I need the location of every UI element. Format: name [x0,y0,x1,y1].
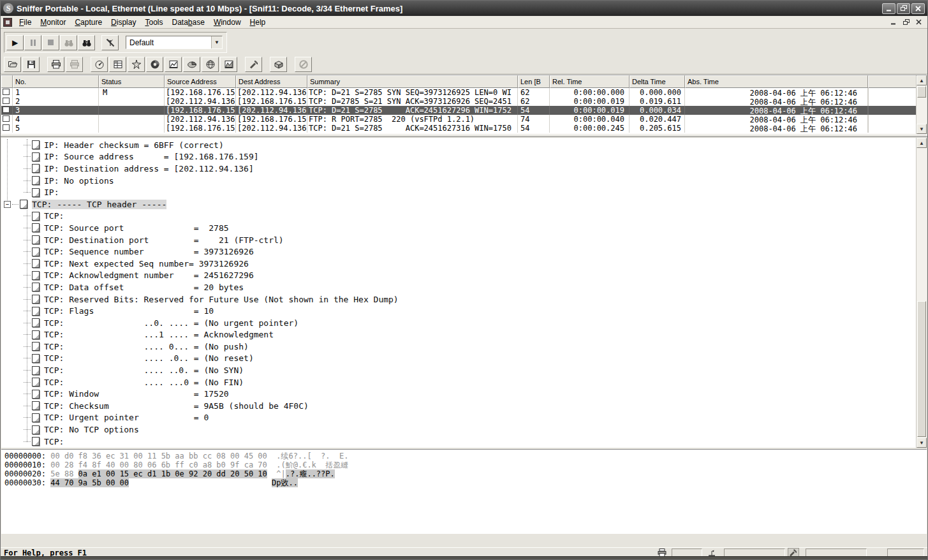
save-file-button[interactable] [22,57,40,72]
hex-line[interactable]: 00000020: 5e 88 0a e1 00 15 ec d1 1b 0e … [4,469,927,478]
packet-row[interactable]: 1M[192.168.176.15[202.112.94.136TCP: D=2… [1,88,927,97]
packet-row[interactable]: 4[202.112.94.136[192.168.176.15FTP: R PO… [1,115,927,124]
pause-capture-button[interactable] [24,35,41,50]
scrollbar-thumb[interactable] [917,301,926,437]
packet-row[interactable]: 2[202.112.94.136[192.168.176.15TCP: D=27… [1,97,927,106]
decode-line[interactable]: TCP: ..0. .... = (No urgent pointer) [1,317,916,329]
menu-window[interactable]: Window [209,17,246,28]
pane-splitter[interactable] [1,135,927,137]
decode-line[interactable]: TCP: Sequence number = 3973126926 [1,246,916,258]
close-button[interactable] [911,3,925,14]
decode-line[interactable]: IP: Source address = [192.168.176.159] [1,151,916,163]
mdi-document-icon[interactable] [3,18,12,27]
protocol-pie-button[interactable] [183,57,200,72]
menu-monitor[interactable]: Monitor [36,17,70,28]
restore-button[interactable] [897,3,910,14]
scroll-up-icon[interactable]: ▲ [917,75,927,85]
column-header-Delta Time[interactable]: Delta Time [630,75,685,88]
column-header-select[interactable] [1,75,13,88]
print-button[interactable] [47,57,64,72]
scroll-down-icon[interactable]: ▼ [917,124,927,134]
decode-line[interactable]: TCP: Window = 17520 [1,388,916,400]
find-frame-button[interactable] [78,35,95,50]
column-header-Dest Address[interactable]: Dest Address [236,75,307,88]
start-capture-button[interactable]: ▶ [6,35,24,50]
mdi-close-button[interactable] [913,17,924,27]
host-table-button[interactable] [109,57,126,72]
packet-generator-button[interactable] [270,57,287,72]
minimize-button[interactable] [882,3,895,14]
decode-line[interactable]: IP: Destination address = [202.112.94.13… [1,163,916,175]
row-checkbox[interactable] [3,107,10,113]
menu-file[interactable]: File [15,17,36,28]
packet-row[interactable]: 3[192.168.176.15[202.112.94.136TCP: D=21… [1,106,927,115]
row-checkbox[interactable] [3,124,10,131]
field-document-icon [32,425,40,434]
decode-line[interactable]: −TCP: ----- TCP header ----- [1,198,916,210]
decode-line[interactable]: TCP: .... ...0 = (No FIN) [1,376,916,388]
menu-tools[interactable]: Tools [140,17,167,28]
bar-chart-button[interactable] [165,57,182,72]
column-header-No.[interactable]: No. [13,75,99,88]
menu-help[interactable]: Help [246,17,270,28]
column-header-Status[interactable]: Status [99,75,165,88]
mdi-restore-button[interactable] [901,17,911,27]
dashboard-button[interactable] [91,57,108,72]
decode-line[interactable]: TCP: Data offset = 20 bytes [1,281,916,293]
scrollbar-thumb[interactable] [917,86,926,98]
decode-line[interactable]: TCP: No TCP options [1,424,916,436]
matrix-button[interactable] [220,57,237,72]
decode-line[interactable]: TCP: Source port = 2785 [1,222,916,234]
column-header-Source Address[interactable]: Source Address [165,75,236,88]
find-frame-disabled-button[interactable] [60,35,77,50]
packet-row[interactable]: 5[192.168.176.15[202.112.94.136TCP: D=21… [1,124,927,133]
column-header-Rel. Time[interactable]: Rel. Time [550,75,630,88]
open-file-button[interactable] [4,57,21,72]
stop-capture-button[interactable] [42,35,59,50]
decode-line[interactable]: TCP: Flags = 10 [1,305,916,317]
decode-line[interactable]: IP: [1,186,916,198]
decode-line[interactable]: IP: No options [1,175,916,187]
column-header-Len [B[interactable]: Len [B [518,75,550,88]
column-header-Abs. Time[interactable]: Abs. Time [685,75,868,88]
capture-panel-button[interactable] [128,57,145,72]
scroll-down-icon[interactable]: ▼ [917,438,927,448]
decode-line[interactable]: IP: Header checksum = 6BFF (correct) [1,139,916,151]
define-filter-button[interactable] [245,57,262,72]
history-samples-button[interactable] [146,57,163,72]
menu-capture[interactable]: Capture [70,17,107,28]
decode-line[interactable]: TCP: Acknowledgment number = 2451627296 [1,270,916,282]
decode-line[interactable]: TCP: Next expected Seq number= 397312692… [1,258,916,270]
hex-line[interactable]: 00000000: 00 d0 f8 36 ec 31 00 11 5b aa … [4,452,927,461]
decode-line[interactable]: TCP: [1,210,916,223]
scroll-up-icon[interactable]: ▲ [917,138,927,148]
collapse-icon[interactable]: − [4,201,11,208]
decode-line[interactable]: TCP: .... ..0. = (No SYN) [1,364,916,376]
print-report-disabled-button[interactable] [66,57,83,72]
stop-disabled-button[interactable] [295,57,312,72]
hex-line[interactable]: 00000030: 44 70 9a 5b 00 00 Dp敓.. [4,478,927,487]
column-header-Summary[interactable]: Summary [307,75,518,88]
packet-list-scrollbar[interactable]: ▲ ▼ [916,75,927,134]
abort-capture-button[interactable] [101,35,119,50]
decode-line[interactable]: TCP: .... 0... = (No push) [1,341,916,353]
decode-line[interactable]: TCP: Urgent pointer = 0 [1,412,916,424]
mdi-minimize-button[interactable] [888,17,899,27]
decode-line[interactable]: TCP: Checksum = 9A5B (should be 4F0C) [1,400,916,412]
decode-line[interactable]: TCP: Destination port = 21 (FTP-ctrl) [1,234,916,246]
capture-toolbar: ▶ Default ▼ [1,29,927,53]
row-checkbox[interactable] [3,89,10,95]
row-checkbox[interactable] [3,115,10,122]
menu-display[interactable]: Display [107,17,140,28]
global-statistics-button[interactable] [202,57,219,72]
decode-line[interactable]: TCP: Reserved Bits: Reserved for Future … [1,293,916,306]
decode-scrollbar[interactable]: ▲ ▼ [916,138,927,448]
profile-select[interactable]: Default ▼ [126,36,223,49]
decode-line[interactable]: TCP: .... .0.. = (No reset) [1,353,916,365]
menu-database[interactable]: Database [167,17,209,28]
hex-line[interactable]: 00000010: 00 28 f4 8f 40 00 80 06 6b ff … [4,461,927,469]
decode-line[interactable]: TCP: ...1 .... = Acknowledgment [1,329,916,341]
row-checkbox[interactable] [3,98,10,104]
decode-line[interactable]: TCP: [1,436,916,448]
chevron-down-icon[interactable]: ▼ [211,36,222,48]
